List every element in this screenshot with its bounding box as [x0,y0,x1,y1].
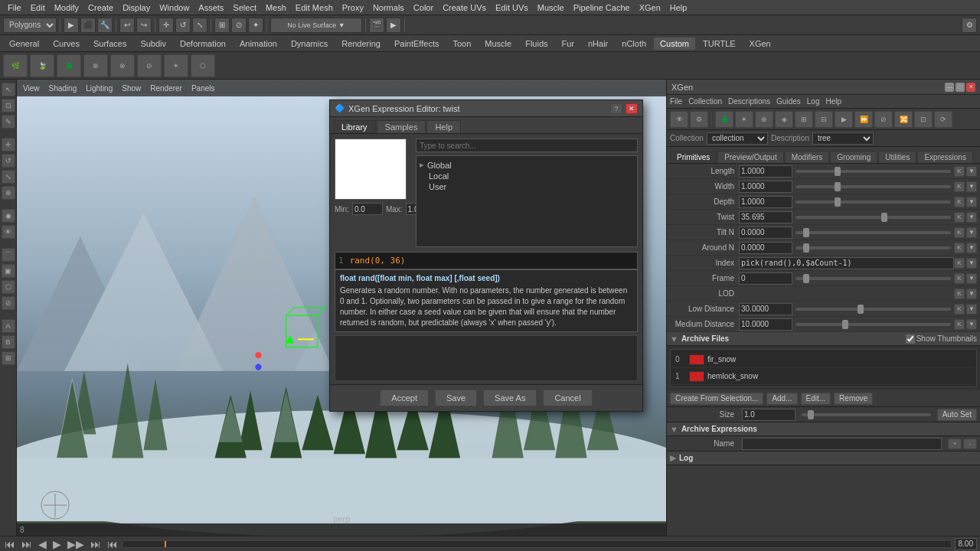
code-line-number: 1 [338,256,344,266]
dialog-title-area: 🔷 XGen Expression Editor: twist [335,103,460,113]
library-preview-image [335,139,407,200]
expression-editor-dialog: 🔷 XGen Expression Editor: twist ? ✕ Libr… [329,99,643,412]
library-minmax-row: Min: 0.0 Max: 1.0 [335,203,411,215]
dialog-tab-bar: Library Samples Help [330,117,642,134]
tree-item-local[interactable]: Local [429,171,634,181]
code-editor-area[interactable]: 1 rand(0, 36) [335,252,638,269]
cancel-button[interactable]: Cancel [543,390,592,406]
accept-button[interactable]: Accept [380,390,429,406]
library-tree: ▸ Global Local User [416,155,638,247]
dialog-tab-library[interactable]: Library [333,120,376,133]
save-as-button[interactable]: Save As [483,390,537,406]
dialog-help-btn[interactable]: ? [610,103,622,114]
save-button[interactable]: Save [435,390,477,406]
tree-label-user: User [429,182,446,191]
library-right-panel: ▸ Global Local User [416,139,638,247]
function-tooltip: float rand([float min, float max] [,floa… [335,269,638,332]
dialog-close-btn[interactable]: ✕ [626,103,638,114]
dialog-title-text: XGen Expression Editor: twist [348,104,460,113]
dialog-titlebar-buttons: ? ✕ [610,103,638,114]
max-label: Max: [386,205,403,214]
tooltip-body: Generates a random number. With no param… [340,285,632,328]
library-search-input[interactable] [416,139,638,152]
dialog-tab-help[interactable]: Help [426,120,461,133]
code-content: rand(0, 36) [350,256,406,266]
dialog-overlay: 🔷 XGen Expression Editor: twist ? ✕ Libr… [0,0,980,551]
dialog-tab-samples[interactable]: Samples [377,120,426,133]
dialog-body: Min: 0.0 Max: 1.0 ▸ Global Local [330,134,642,252]
min-label: Min: [335,205,349,214]
tree-label-local: Local [429,171,449,181]
dialog-button-row: Accept Save Save As Cancel [330,384,642,411]
dialog-titlebar[interactable]: 🔷 XGen Expression Editor: twist ? ✕ [330,100,642,117]
library-panel: Min: 0.0 Max: 1.0 [335,139,411,247]
tree-item-user[interactable]: User [429,181,634,192]
expression-empty-area [335,335,638,381]
tooltip-title: float rand([float min, float max] [,floa… [340,273,632,284]
tree-item-global[interactable]: ▸ Global [420,159,634,171]
tree-label-global: Global [427,161,452,170]
min-input[interactable]: 0.0 [352,203,383,215]
dialog-title-icon: 🔷 [335,103,345,113]
tree-arrow-global: ▸ [420,160,424,170]
